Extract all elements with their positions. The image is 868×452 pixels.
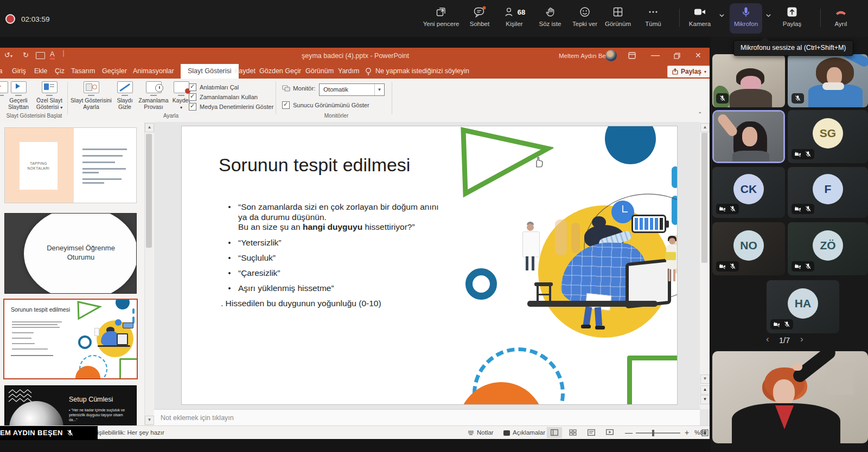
thumb3-triangle [76,301,102,320]
redo-icon[interactable]: ↻ [23,51,29,59]
camera-off-icon [794,263,801,270]
setup-slideshow-icon [84,81,99,93]
zoom-slider-track[interactable] [636,432,680,434]
checkbox-show-media[interactable]: Medya Denetimlerini Göster [189,103,273,111]
more-button[interactable]: Tümü [633,6,674,27]
view-normal-button[interactable] [547,427,562,438]
tab-giris[interactable]: Giriş [12,64,26,79]
share-button[interactable]: Paylaş [771,6,813,27]
tab-gozden-gecir[interactable]: Gözden Geçir [259,64,301,79]
view-slideshow-button[interactable] [602,427,617,438]
tab-kaydet[interactable]: Kaydet [234,64,256,79]
tab-dosya[interactable]: Dosya [0,64,2,79]
qat-more-icon[interactable]: ⸽ [63,51,64,57]
tab-tasarim[interactable]: Tasarım [71,64,95,79]
participant-initial-tile[interactable]: HA [767,280,839,333]
cam-mic-muted-badge [792,149,814,159]
fit-to-window-icon[interactable] [701,429,709,436]
slideshow-quick-icon[interactable] [36,52,45,59]
active-speaker-video-tile[interactable] [712,110,785,163]
checkbox-presenter-view[interactable]: Sunucu Görünümünü Göster [282,101,369,109]
restore-button[interactable] [674,53,680,59]
participant-video-tile[interactable] [712,54,785,107]
participant-initial-tile[interactable]: ZÖ [788,222,868,275]
scroll-down-icon[interactable]: ▼ [700,374,710,384]
undo-icon[interactable]: ↺▾ [4,51,12,59]
slide-sorter-icon [569,429,577,436]
tab-gorunum[interactable]: Görünüm [305,64,334,79]
tell-me-box[interactable]: Ne yapmak istediğinizi söyleyin [375,64,469,79]
ribbon-display-icon[interactable] [628,52,636,59]
participant-initial-tile[interactable]: F [788,167,868,218]
mic-button[interactable]: Mikrofon [725,6,767,27]
participant-initial-tile[interactable]: NO [712,222,785,275]
comments-toggle[interactable]: Açıklamalar [503,426,545,439]
checkbox-use-timings[interactable]: Zamanlamaları Kullan [189,93,258,101]
monitor-dropdown[interactable]: Otomatik ▼ [319,83,385,96]
checkbox-play-narrations[interactable]: Anlatımları Çal [189,83,239,91]
leave-button[interactable]: Ayrıl [820,6,861,27]
previous-slide-button[interactable]: ▲ [700,385,710,395]
thumbnail-slide-4[interactable]: Setup Cümlesi •“Her ne kadar içimde suçl… [4,385,137,425]
thumb-scroll-down-icon[interactable]: ▼ [145,416,154,425]
from-current-slide-button[interactable]: GeçerliSlayttan [4,81,33,110]
slide-scrollbar[interactable]: ▲ ▼ ▲ ▼ [700,122,710,409]
rehearse-timings-icon [146,81,162,93]
view-sorter-button[interactable] [565,427,580,438]
notes-toggle[interactable]: Notlar [468,426,494,439]
checkbox-icon [189,83,196,91]
zoom-out-button[interactable]: — [625,426,633,439]
zoom-in-button[interactable]: + [685,426,689,439]
setup-slideshow-button[interactable]: Slayt GösterisiniAyarla [71,81,112,110]
hide-slide-button[interactable]: SlaydıGizle [113,81,137,110]
participant-initial-tile[interactable]: CK [712,167,785,218]
screen: 02:03:59 Yeni pencere Sohbet 68 Kişiler … [0,0,868,452]
share-icon [786,6,798,18]
next-slide-button[interactable]: ▼ [700,395,710,404]
scroll-thumb[interactable] [701,133,707,263]
spotlight-video-tile[interactable] [712,351,868,443]
participant-initial-tile[interactable]: SG [788,110,868,163]
participant-video-tile[interactable] [788,54,868,107]
font-color-icon[interactable]: A [50,50,55,60]
new-window-button[interactable]: Yeni pencere [420,6,462,27]
participant-initials: HA [788,288,818,319]
notes-bar[interactable]: Not eklemek için tıklayın [154,409,700,426]
thumbnail-scrollbar[interactable]: ▲ ▼ [144,122,154,425]
cam-mic-muted-badge [716,261,739,272]
tab-animasyonlar[interactable]: Animasyonlar [133,64,174,79]
rehearse-timings-button[interactable]: ZamanlamaProvası [137,81,170,110]
custom-show-button[interactable]: Özel SlaytGösterisi ▾ [34,81,65,111]
new-window-icon [435,6,447,18]
zoom-slider-thumb[interactable] [652,430,654,436]
participants-next-page-icon[interactable]: › [800,335,803,343]
thumbnail-slide-2[interactable]: Deneyimsel Öğrenme Oturumu [4,213,137,294]
collapse-ribbon-icon[interactable]: ⌃ [698,111,702,117]
tab-ekle[interactable]: Ekle [34,64,47,79]
tab-yardim[interactable]: Yardım [338,64,359,79]
tab-ciz[interactable]: Çiz [55,64,65,79]
thumbnail-slide-1[interactable]: TAPPING NOKTALARI [4,127,137,203]
camera-button[interactable]: Kamera [679,6,720,27]
thumb-scroll-thumb[interactable] [146,134,152,248]
thumb-scroll-up-icon[interactable]: ▲ [145,123,154,132]
slide-bullet-3: “Suçluluk” [228,253,471,263]
view-reading-button[interactable] [584,427,599,438]
people-button[interactable]: 68 Kişiler [494,6,535,27]
mic-muted-icon [805,151,812,158]
participants-prev-page-icon[interactable]: ‹ [766,335,769,343]
slide-closing-line: . Hissedilen bu duygunun yoğunluğu (0-10… [221,299,381,308]
account-avatar[interactable] [605,50,617,61]
tab-slayt-gosterisi[interactable]: Slayt Gösterisi [181,64,239,79]
thumbnail-slide-3-selected[interactable]: Sorunun tespit edilmesi [3,299,138,379]
camera-chevron-icon[interactable] [718,12,725,19]
scroll-up-icon[interactable]: ▲ [700,123,710,132]
close-button[interactable]: ✕ [695,48,701,63]
minimize-button[interactable]: — [651,48,660,63]
dropdown-arrow-icon[interactable]: ▼ [374,84,384,95]
tab-gecisler[interactable]: Geçişler [102,64,127,79]
hang-up-icon [834,6,848,18]
slide-canvas[interactable]: Sorunun tespit edilmesi “Son zamanlarda … [181,126,678,405]
ribbon-share-button[interactable]: Paylaş ▾ [667,66,710,78]
mic-tooltip: Mikrofonu sessize al (Ctrl+Shift+M) [733,40,853,56]
